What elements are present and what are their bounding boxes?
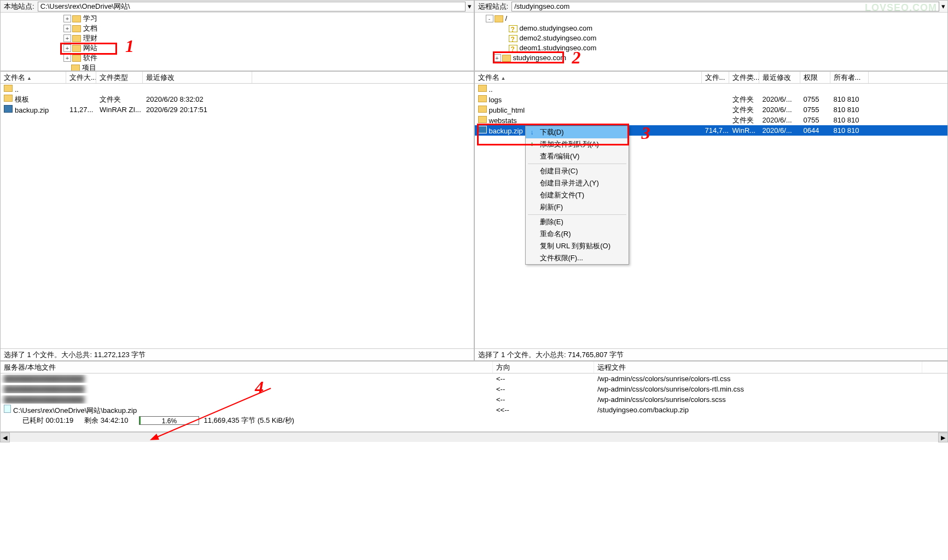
queue-local-path: ████████████████ bbox=[4, 395, 84, 404]
local-list[interactable]: .. 模板 文件夹 2020/6/20 8:32:02 backup.zip 1… bbox=[1, 84, 474, 348]
file-owner: 810 810 bbox=[830, 126, 869, 135]
queue-row[interactable]: ████████████████ <-- /wp-admin/css/color… bbox=[1, 394, 947, 405]
svg-line-0 bbox=[156, 388, 271, 438]
annotation-number-2: 2 bbox=[572, 48, 581, 68]
dropdown-icon[interactable]: ▾ bbox=[466, 2, 474, 10]
col-name[interactable]: 文件名 bbox=[4, 73, 25, 81]
file-date: 2020/6/... bbox=[759, 106, 800, 114]
remote-status: 选择了 1 个文件。大小总共: 714,765,807 字节 bbox=[475, 348, 948, 360]
tree-item[interactable]: +文档 bbox=[1, 24, 474, 33]
col-owner[interactable]: 所有者... bbox=[830, 72, 869, 83]
scroll-bar[interactable]: ◀ ▶ bbox=[0, 432, 948, 442]
tree-expander-icon[interactable]: - bbox=[486, 15, 493, 22]
menu-item[interactable]: 文件权限(F)... bbox=[526, 252, 629, 264]
tree-expander-icon[interactable]: + bbox=[63, 34, 71, 42]
annotation-box-1 bbox=[60, 43, 117, 55]
queue-row[interactable]: ████████████████ <-- /wp-admin/css/color… bbox=[1, 374, 947, 384]
queue-local-path: C:\Users\rex\OneDrive\网站\backup.zip bbox=[13, 406, 137, 415]
local-status: 选择了 1 个文件。大小总共: 11,272,123 字节 bbox=[1, 348, 474, 360]
file-name: logs bbox=[489, 96, 502, 104]
list-item[interactable]: backup.zip 11,27... WinRAR ZI... 2020/6/… bbox=[1, 104, 474, 115]
tree-expander-icon[interactable]: + bbox=[63, 54, 71, 62]
tree-expander-icon[interactable]: + bbox=[63, 15, 71, 22]
col-size[interactable]: 文件... bbox=[702, 72, 729, 83]
list-item[interactable]: public_html 文件夹 2020/6/... 0755 810 810 bbox=[475, 104, 948, 115]
menu-item[interactable]: 创建新文件(T) bbox=[526, 189, 629, 201]
col-date[interactable]: 最近修改 bbox=[143, 72, 252, 83]
menu-item[interactable]: 重命名(R) bbox=[526, 228, 629, 240]
menu-item[interactable]: 删除(E) bbox=[526, 216, 629, 228]
tree-item[interactable]: 项目 bbox=[1, 63, 474, 71]
local-tree[interactable]: +学习+文档+理财+网站+软件项目 bbox=[1, 13, 474, 71]
file-name: 模板 bbox=[15, 95, 29, 103]
tree-item[interactable]: demo.studyingseo.com bbox=[475, 24, 948, 33]
file-perm: 0644 bbox=[800, 126, 830, 135]
remaining-label: 剩余 34:42:10 bbox=[84, 416, 128, 425]
queue-row[interactable]: C:\Users\rex\OneDrive\网站\backup.zip <<--… bbox=[1, 405, 947, 415]
tree-item[interactable]: +理财 bbox=[1, 33, 474, 43]
elapsed-label: 已耗时 00:01:19 bbox=[22, 416, 73, 425]
updir-icon bbox=[4, 85, 13, 92]
col-name[interactable]: 文件名 bbox=[478, 73, 499, 81]
queue-header[interactable]: 服务器/本地文件 方向 远程文件 bbox=[1, 361, 947, 374]
zip-icon bbox=[4, 105, 13, 113]
file-type: 文件夹 bbox=[96, 95, 143, 104]
dropdown-icon[interactable]: ▾ bbox=[939, 2, 947, 10]
unknown-folder-icon bbox=[509, 25, 517, 32]
queue-row[interactable]: ████████████████ <-- /wp-admin/css/color… bbox=[1, 384, 947, 394]
remote-list-header[interactable]: 文件名▲ 文件... 文件类... 最近修改 权限 所有者... bbox=[475, 72, 948, 84]
menu-item[interactable]: 复制 URL 到剪贴板(O) bbox=[526, 240, 629, 252]
local-list-header[interactable]: 文件名▲ 文件大... 文件类型 最近修改 bbox=[1, 72, 474, 84]
menu-item[interactable]: 创建目录并进入(Y) bbox=[526, 177, 629, 189]
folder-icon bbox=[72, 35, 81, 42]
list-item[interactable]: 模板 文件夹 2020/6/20 8:32:02 bbox=[1, 94, 474, 104]
local-path-input[interactable] bbox=[38, 2, 466, 11]
col-type[interactable]: 文件类... bbox=[729, 72, 759, 83]
tree-item-label: 理财 bbox=[83, 33, 97, 43]
list-item[interactable]: logs 文件夹 2020/6/... 0755 810 810 bbox=[475, 94, 948, 104]
menu-item-label: 刷新(F) bbox=[540, 202, 563, 212]
menu-item[interactable]: 创建目录(C) bbox=[526, 165, 629, 177]
qcol-direction[interactable]: 方向 bbox=[493, 361, 594, 373]
folder-icon bbox=[478, 106, 487, 113]
queue-body[interactable]: ████████████████ <-- /wp-admin/css/color… bbox=[1, 374, 947, 431]
watermark-text: LOVSEO.COM bbox=[865, 2, 937, 14]
tree-item[interactable]: +学习 bbox=[1, 14, 474, 24]
list-item[interactable]: .. bbox=[475, 84, 948, 94]
menu-item[interactable]: 刷新(F) bbox=[526, 201, 629, 213]
queue-remote-path: /wp-admin/css/colors/sunrise/colors.scss bbox=[594, 395, 922, 404]
menu-item[interactable]: 查看/编辑(V) bbox=[526, 150, 629, 162]
page-icon bbox=[4, 405, 11, 413]
folder-icon bbox=[72, 25, 81, 32]
file-name: .. bbox=[489, 85, 493, 94]
qcol-local[interactable]: 服务器/本地文件 bbox=[1, 361, 493, 373]
scroll-right-icon[interactable]: ▶ bbox=[938, 433, 948, 442]
col-size[interactable]: 文件大... bbox=[66, 72, 96, 83]
menu-item-label: 创建新文件(T) bbox=[540, 190, 585, 200]
file-perm: 0755 bbox=[800, 95, 830, 103]
queue-remote-path: /wp-admin/css/colors/sunrise/colors-rtl.… bbox=[594, 385, 922, 393]
list-item[interactable]: .. bbox=[1, 84, 474, 94]
tree-expander-icon[interactable]: + bbox=[63, 25, 71, 32]
file-date: 2020/6/... bbox=[759, 126, 800, 135]
menu-item-label: 创建目录(C) bbox=[540, 166, 578, 176]
folder-icon bbox=[478, 116, 487, 123]
tree-item[interactable]: demo2.studyingseo.com bbox=[475, 33, 948, 43]
col-type[interactable]: 文件类型 bbox=[96, 72, 143, 83]
folder-icon bbox=[478, 95, 487, 102]
col-date[interactable]: 最近修改 bbox=[759, 72, 800, 83]
menu-item-label: 删除(E) bbox=[540, 217, 563, 227]
tree-item[interactable]: -/ bbox=[475, 14, 948, 24]
menu-item-label: 创建目录并进入(Y) bbox=[540, 178, 599, 188]
file-type: 文件夹 bbox=[729, 95, 759, 104]
qcol-remote[interactable]: 远程文件 bbox=[594, 361, 922, 373]
queue-remote-path: /studyingseo.com/backup.zip bbox=[594, 406, 922, 414]
annotation-number-1: 1 bbox=[125, 36, 134, 56]
local-list-pane: 文件名▲ 文件大... 文件类型 最近修改 .. 模板 文件夹 2020/6/2… bbox=[0, 71, 474, 361]
col-perm[interactable]: 权限 bbox=[800, 72, 830, 83]
folder-icon bbox=[495, 15, 503, 22]
folder-icon bbox=[72, 15, 81, 22]
menu-item-label: 查看/编辑(V) bbox=[540, 151, 580, 161]
context-menu[interactable]: ↓下载(D)+添加文件到队列(A)查看/编辑(V)创建目录(C)创建目录并进入(… bbox=[525, 126, 629, 265]
scroll-left-icon[interactable]: ◀ bbox=[0, 433, 10, 442]
